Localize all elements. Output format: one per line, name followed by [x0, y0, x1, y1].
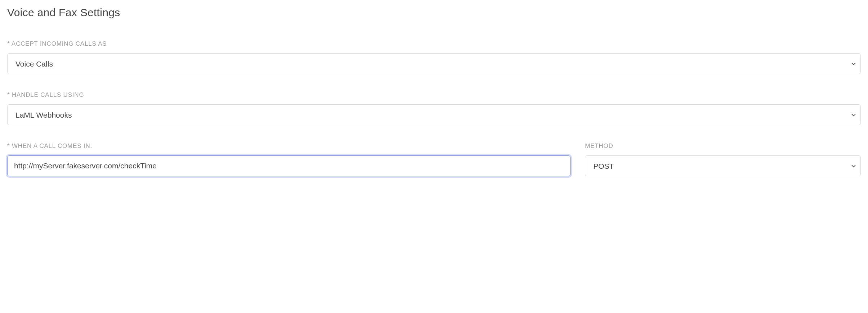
call-comes-in-label: * WHEN A CALL COMES IN:: [7, 142, 571, 150]
method-group: METHOD POST: [585, 142, 861, 176]
accept-incoming-select-wrapper: Voice Calls: [7, 53, 861, 74]
webhook-row: * WHEN A CALL COMES IN: METHOD POST: [7, 142, 861, 194]
call-comes-in-group: * WHEN A CALL COMES IN:: [7, 142, 571, 176]
method-select[interactable]: POST: [585, 155, 861, 176]
handle-calls-group: * HANDLE CALLS USING LaML Webhooks: [7, 91, 861, 125]
handle-calls-select[interactable]: LaML Webhooks: [7, 104, 861, 125]
page-title: Voice and Fax Settings: [7, 6, 861, 19]
method-select-wrapper: POST: [585, 155, 861, 176]
call-comes-in-input[interactable]: [7, 155, 571, 176]
method-label: METHOD: [585, 142, 861, 150]
handle-calls-label: * HANDLE CALLS USING: [7, 91, 861, 99]
accept-incoming-label: * ACCEPT INCOMING CALLS AS: [7, 40, 861, 47]
accept-incoming-group: * ACCEPT INCOMING CALLS AS Voice Calls: [7, 40, 861, 74]
accept-incoming-select[interactable]: Voice Calls: [7, 53, 861, 74]
handle-calls-select-wrapper: LaML Webhooks: [7, 104, 861, 125]
